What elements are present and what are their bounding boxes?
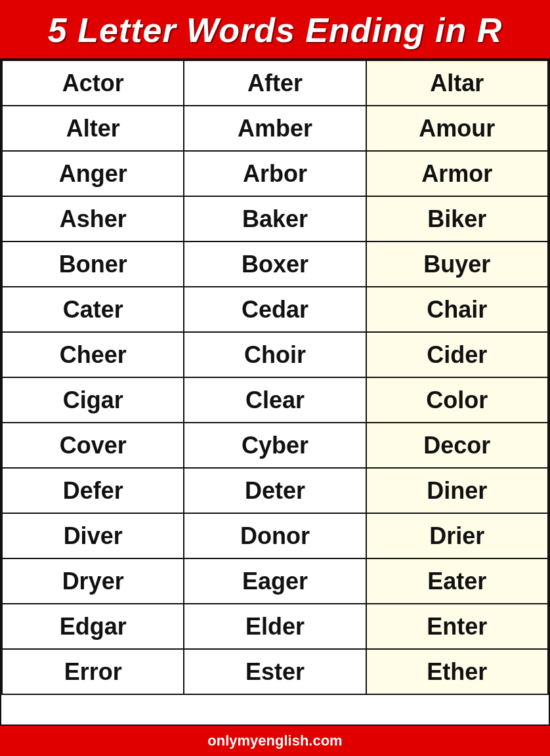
word-cell: Baker: [184, 196, 366, 242]
word-cell: Boxer: [184, 242, 366, 287]
word-cell: Eager: [184, 558, 366, 604]
word-cell: Cedar: [184, 287, 366, 332]
table-row: DiverDonorDrier: [2, 513, 548, 558]
word-cell: After: [184, 60, 366, 106]
words-table: ActorAfterAltarAlterAmberAmourAngerArbor…: [1, 60, 549, 695]
table-row: ActorAfterAltar: [2, 60, 548, 106]
word-cell: Alter: [2, 106, 184, 151]
word-cell: Choir: [184, 332, 366, 377]
website-label: onlymyenglish.com: [207, 732, 342, 749]
page-header: 5 Letter Words Ending in R: [0, 0, 550, 58]
word-cell: Chair: [366, 287, 548, 332]
word-cell: Cider: [366, 332, 548, 377]
word-cell: Cater: [2, 287, 184, 332]
table-row: AngerArborArmor: [2, 151, 548, 196]
word-cell: Ether: [366, 649, 548, 694]
table-row: CheerChoirCider: [2, 332, 548, 377]
table-row: CigarClearColor: [2, 377, 548, 423]
word-cell: Ester: [184, 649, 366, 694]
word-cell: Diner: [366, 468, 548, 513]
word-cell: Decor: [366, 423, 548, 468]
word-cell: Biker: [366, 196, 548, 242]
table-row: DryerEagerEater: [2, 558, 548, 604]
word-cell: Enter: [366, 604, 548, 649]
word-cell: Cover: [2, 423, 184, 468]
table-row: DeferDeterDiner: [2, 468, 548, 513]
word-cell: Dryer: [2, 558, 184, 604]
word-cell: Armor: [366, 151, 548, 196]
word-cell: Cheer: [2, 332, 184, 377]
word-cell: Buyer: [366, 242, 548, 287]
word-cell: Boner: [2, 242, 184, 287]
table-row: AlterAmberAmour: [2, 106, 548, 151]
word-cell: Color: [366, 377, 548, 423]
word-cell: Defer: [2, 468, 184, 513]
table-row: EdgarElderEnter: [2, 604, 548, 649]
word-cell: Actor: [2, 60, 184, 106]
word-cell: Amber: [184, 106, 366, 151]
word-cell: Diver: [2, 513, 184, 558]
word-cell: Amour: [366, 106, 548, 151]
word-cell: Cigar: [2, 377, 184, 423]
page-footer: onlymyenglish.com: [0, 726, 550, 756]
word-cell: Eater: [366, 558, 548, 604]
word-cell: Anger: [2, 151, 184, 196]
word-cell: Clear: [184, 377, 366, 423]
table-row: CoverCyberDecor: [2, 423, 548, 468]
word-cell: Deter: [184, 468, 366, 513]
word-cell: Error: [2, 649, 184, 694]
word-cell: Elder: [184, 604, 366, 649]
word-cell: Cyber: [184, 423, 366, 468]
table-row: BonerBoxerBuyer: [2, 242, 548, 287]
word-cell: Drier: [366, 513, 548, 558]
table-row: ErrorEsterEther: [2, 649, 548, 694]
word-cell: Donor: [184, 513, 366, 558]
word-cell: Asher: [2, 196, 184, 242]
words-table-container: ActorAfterAltarAlterAmberAmourAngerArbor…: [0, 58, 550, 726]
page-title: 5 Letter Words Ending in R: [13, 12, 537, 49]
word-cell: Altar: [366, 60, 548, 106]
table-row: AsherBakerBiker: [2, 196, 548, 242]
word-cell: Arbor: [184, 151, 366, 196]
table-row: CaterCedarChair: [2, 287, 548, 332]
word-cell: Edgar: [2, 604, 184, 649]
